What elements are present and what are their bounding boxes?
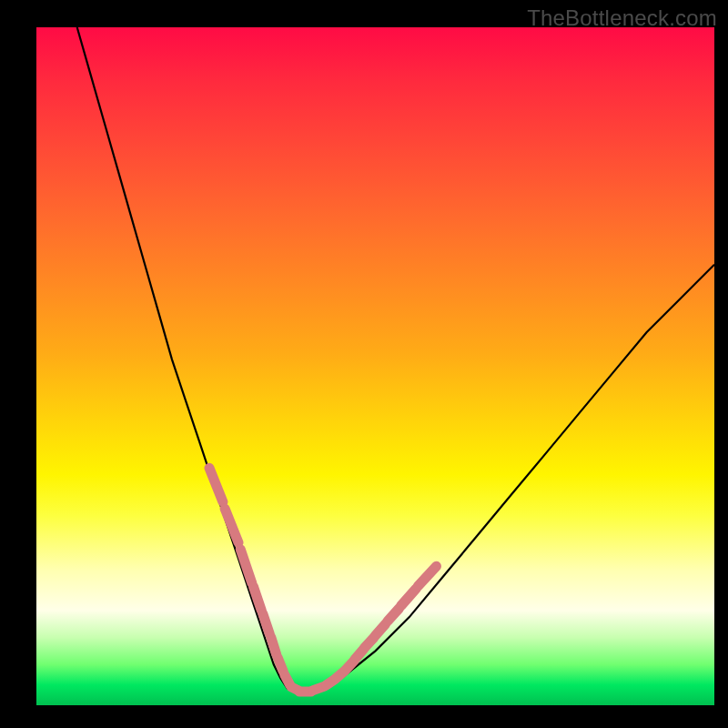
curve-svg: [36, 27, 714, 705]
highlight-dash: [225, 509, 238, 542]
watermark-text: TheBottleneck.com: [527, 5, 717, 31]
chart-frame: TheBottleneck.com: [0, 0, 728, 728]
highlight-dash: [278, 658, 283, 672]
highlight-dash: [401, 589, 416, 606]
highlight-dash: [388, 609, 399, 622]
highlight-dash: [376, 624, 386, 636]
highlight-dash: [418, 566, 436, 586]
highlight-dash: [240, 550, 252, 583]
plot-area: [36, 27, 714, 705]
highlight-dash: [271, 638, 277, 655]
highlight-dashes: [209, 468, 437, 692]
highlight-dash: [263, 613, 270, 633]
highlight-dash: [209, 468, 223, 501]
bottleneck-curve: [77, 27, 714, 692]
